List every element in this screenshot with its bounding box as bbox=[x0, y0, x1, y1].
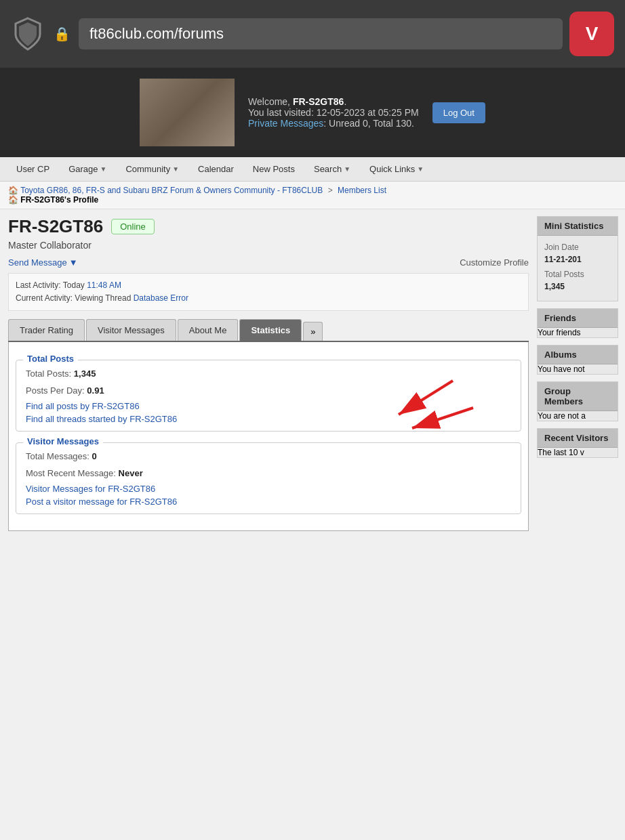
post-vm-link[interactable]: Post a visitor message for FR-S2GT86 bbox=[26, 497, 511, 507]
welcome-banner: Welcome, FR-S2GT86. You last visited: 12… bbox=[0, 68, 625, 157]
profile-user-title: Master Collaborator bbox=[8, 240, 529, 251]
nav-bar: User CP Garage ▼ Community ▼ Calendar Ne… bbox=[0, 157, 625, 182]
last-activity-time: Today bbox=[63, 280, 85, 290]
mini-statistics-content: Join Date 11-21-201 Total Posts 1,345 bbox=[538, 236, 618, 301]
chevron-down-icon: ▼ bbox=[172, 165, 179, 173]
nav-garage[interactable]: Garage ▼ bbox=[59, 157, 116, 181]
tab-statistics[interactable]: Statistics bbox=[239, 319, 302, 341]
recent-visitors-title: Recent Visitors bbox=[538, 429, 618, 448]
join-date-row: Join Date 11-21-201 bbox=[544, 241, 611, 266]
friends-panel: Friends Your friends bbox=[537, 308, 618, 338]
tab-about-me[interactable]: About Me bbox=[178, 319, 239, 341]
mini-statistics-title: Mini Statistics bbox=[538, 217, 618, 236]
url-bar[interactable]: ft86club.com/forums bbox=[79, 18, 563, 49]
last-visited-label: You last visited: bbox=[248, 107, 317, 118]
current-activity-label: Current Activity: bbox=[16, 293, 75, 303]
profile-name-row: FR-S2GT86 Online bbox=[8, 216, 529, 237]
profile-section: FR-S2GT86 Online Master Collaborator Sen… bbox=[0, 216, 537, 531]
greeting-label: Welcome, bbox=[248, 96, 293, 107]
main-layout: FR-S2GT86 Online Master Collaborator Sen… bbox=[0, 209, 625, 538]
most-recent-row: Most Recent Message: Never bbox=[26, 467, 511, 481]
nav-search[interactable]: Search ▼ bbox=[304, 157, 360, 181]
total-posts-value: 1,345 bbox=[74, 369, 96, 379]
profile-tabs: Trader Rating Visitor Messages About Me … bbox=[8, 319, 529, 342]
chevron-down-icon: ▼ bbox=[344, 165, 350, 173]
profile-username: FR-S2GT86 bbox=[8, 216, 103, 237]
pm-label: Private Messages bbox=[248, 118, 323, 129]
tab-content-statistics: Total Posts Total bbox=[8, 342, 529, 530]
visitor-messages-box: Visitor Messages Total Messages: 0 Most … bbox=[16, 442, 521, 514]
statistics-content: Total Posts Total bbox=[9, 342, 528, 530]
visitor-messages-legend: Visitor Messages bbox=[23, 436, 103, 446]
nav-new-posts[interactable]: New Posts bbox=[243, 157, 304, 181]
forum-link[interactable]: Toyota GR86, 86, FR-S and Subaru BRZ For… bbox=[20, 186, 323, 195]
banner-image bbox=[140, 79, 235, 146]
nav-user-cp[interactable]: User CP bbox=[7, 157, 59, 181]
tab-visitor-messages[interactable]: Visitor Messages bbox=[86, 319, 176, 341]
chevron-down-icon: ▼ bbox=[100, 165, 107, 173]
group-members-title: Group Members bbox=[538, 382, 618, 411]
last-visited-value: 12-05-2023 at 05:25 PM bbox=[317, 107, 419, 118]
last-activity-label: Last Activity: bbox=[16, 280, 63, 290]
albums-title: Albums bbox=[538, 345, 618, 364]
shield-icon bbox=[11, 15, 45, 53]
current-activity-value: Viewing Thread bbox=[75, 293, 131, 303]
group-members-panel: Group Members You are not a bbox=[537, 381, 618, 421]
ppd-row: Posts Per Day: 0.91 bbox=[26, 384, 511, 398]
nav-quick-links[interactable]: Quick Links ▼ bbox=[360, 157, 433, 181]
total-posts-box: Total Posts Total bbox=[16, 360, 521, 432]
total-messages-row: Total Messages: 0 bbox=[26, 450, 511, 464]
members-list-link[interactable]: Members List bbox=[338, 186, 386, 195]
tab-trader-rating[interactable]: Trader Rating bbox=[8, 319, 85, 341]
sidebar: Mini Statistics Join Date 11-21-201 Tota… bbox=[537, 216, 625, 531]
lock-icon: 🔒 bbox=[52, 24, 72, 44]
breadcrumb: 🏠 Toyota GR86, 86, FR-S and Subaru BRZ F… bbox=[0, 182, 625, 209]
recent-visitors-panel: Recent Visitors The last 10 v bbox=[537, 428, 618, 458]
pm-detail: : Unread 0, Total 130. bbox=[323, 118, 414, 129]
albums-panel: Albums You have not bbox=[537, 345, 618, 375]
customize-profile-button[interactable]: Customize Profile bbox=[460, 257, 529, 268]
mini-statistics-panel: Mini Statistics Join Date 11-21-201 Tota… bbox=[537, 216, 618, 301]
browser-chrome: 🔒 ft86club.com/forums V bbox=[0, 0, 625, 68]
chevron-down-icon: ▼ bbox=[417, 165, 424, 173]
visitor-messages-link[interactable]: Visitor Messages for FR-S2GT86 bbox=[26, 484, 511, 494]
home-icon: 🏠 bbox=[8, 186, 18, 195]
page-title: FR-S2GT86's Profile bbox=[20, 195, 98, 205]
thread-link[interactable]: Database Error bbox=[134, 293, 188, 303]
chevron-down-icon: ▼ bbox=[69, 257, 78, 268]
last-activity-clock: 11:48 AM bbox=[87, 280, 121, 290]
most-recent-value: Never bbox=[119, 468, 143, 478]
profile-header: FR-S2GT86 Online Master Collaborator Sen… bbox=[8, 216, 529, 311]
send-message-button[interactable]: Send Message ▼ bbox=[8, 257, 78, 268]
nav-calendar[interactable]: Calendar bbox=[188, 157, 243, 181]
total-posts-legend: Total Posts bbox=[23, 354, 78, 364]
total-posts-sidebar-row: Total Posts 1,345 bbox=[544, 268, 611, 293]
ppd-value: 0.91 bbox=[87, 385, 104, 396]
welcome-text: Welcome, FR-S2GT86. You last visited: 12… bbox=[248, 96, 419, 129]
welcome-username: FR-S2GT86 bbox=[293, 96, 344, 107]
logout-button[interactable]: Log Out bbox=[432, 102, 485, 123]
find-threads-link[interactable]: Find all threads started by FR-S2GT86 bbox=[26, 414, 511, 424]
online-status-badge: Online bbox=[111, 219, 155, 234]
total-messages-value: 0 bbox=[92, 451, 97, 461]
friends-title: Friends bbox=[538, 309, 618, 328]
total-posts-row: Total Posts: 1,345 bbox=[26, 367, 511, 381]
activity-info: Last Activity: Today 11:48 AM Current Ac… bbox=[8, 273, 529, 311]
tab-more-button[interactable]: » bbox=[303, 322, 323, 341]
profile-actions: Send Message ▼ Customize Profile bbox=[8, 257, 529, 268]
nav-community[interactable]: Community ▼ bbox=[116, 157, 188, 181]
find-posts-link[interactable]: Find all posts by FR-S2GT86 bbox=[26, 401, 511, 411]
vivaldi-icon[interactable]: V bbox=[569, 12, 614, 56]
